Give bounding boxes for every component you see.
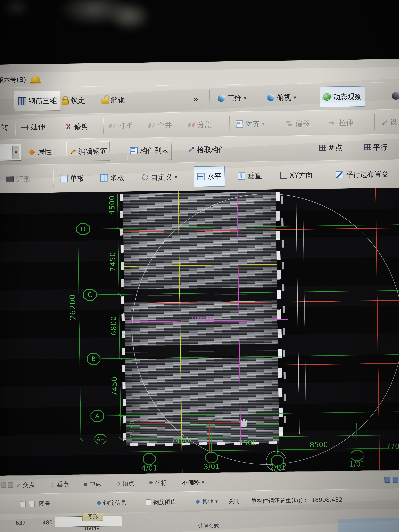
right-tool-icon[interactable] <box>393 477 399 483</box>
no-offset-dropdown[interactable]: 不偏移 ▾ <box>182 478 204 487</box>
cad-viewport[interactable]: D C B A A+ 4/01 3/01 2/01 1/01 4500 7450… <box>0 188 399 476</box>
document-icon[interactable] <box>29 501 35 507</box>
square-dot-icon: ▪ <box>84 481 88 487</box>
window-menu-title[interactable]: 版本号(B) <box>0 75 26 84</box>
parallel-button[interactable]: 平行 <box>364 142 387 152</box>
snap-foot-point-button[interactable]: ⊥ 垂点 <box>50 480 69 488</box>
rotate-partial-label[interactable]: 转 <box>1 122 8 132</box>
properties-icon <box>28 149 35 155</box>
unlock-button[interactable]: 解锁 <box>101 95 125 105</box>
total-weight-label: 单构件钢筋总重(kg)： <box>251 496 309 505</box>
stretch-icon <box>329 120 336 126</box>
xy-direction-label: XY方向 <box>289 170 313 180</box>
stretch-button[interactable]: 拉伸 <box>329 118 353 128</box>
trim-button[interactable]: 修剪 <box>65 121 89 131</box>
split-button[interactable]: 分割 <box>188 120 212 130</box>
dim-label-7700: 7700 <box>386 442 399 451</box>
rebar-info-button[interactable]: 钢筋信息 <box>97 499 127 507</box>
other-icon <box>196 499 200 504</box>
vertical-label: 垂直 <box>247 171 262 181</box>
dim-label-7450-bottom: 7450 <box>110 376 119 396</box>
snap-coordinate-label: 坐标 <box>155 479 167 487</box>
pick-component-label: 拾取构件 <box>197 145 226 155</box>
rebar-library-button[interactable]: 钢筋图库 <box>146 498 176 506</box>
properties-button[interactable]: 属性 <box>28 147 52 157</box>
snap-intersection-label: 交点 <box>23 481 35 489</box>
orbit-button[interactable]: 动态观察 <box>320 86 365 107</box>
right-tool-icon[interactable] <box>385 477 390 483</box>
component-list-button[interactable]: 构件列表 <box>127 140 172 160</box>
grid-bubble-row-A-plus: A+ <box>95 434 107 444</box>
drawing-no-button[interactable]: 图号 <box>39 500 51 508</box>
document-icon[interactable] <box>20 501 26 507</box>
align-icon <box>236 120 243 128</box>
snap-tool-icon[interactable] <box>8 482 13 488</box>
grid-bubble-col-label: 3/01 <box>204 462 220 471</box>
hand-cursor <box>241 419 249 429</box>
component-list-label: 构件列表 <box>140 145 169 155</box>
vertical-button[interactable]: 垂直 <box>238 171 262 181</box>
dim-label-7400: 7400 <box>171 436 189 444</box>
offset-icon <box>286 120 293 126</box>
grid-bubble-label: A <box>95 412 100 420</box>
grid-bubble-label: D <box>81 225 86 233</box>
chevron-down-icon: ▾ <box>202 480 204 485</box>
custom-shape-icon <box>142 174 149 181</box>
parallel-edge-label: 平行边布置受 <box>346 169 389 179</box>
lock-label: 锁定 <box>71 95 85 105</box>
layer-combo[interactable]: 2 ▾ <box>0 144 21 161</box>
combo-value: 2 <box>0 149 0 157</box>
top-view-button[interactable]: 俯视 ▾ <box>267 93 296 102</box>
diamond-icon: ◇ <box>116 480 120 487</box>
pick-component-button[interactable]: 拾取构件 <box>188 145 226 155</box>
other-button[interactable]: 其他 ▾ <box>196 497 218 506</box>
parallel-label: 平行 <box>373 142 387 152</box>
edit-rebar-button[interactable]: 编辑钢筋 <box>66 141 110 161</box>
graphic-tab[interactable]: 图形 <box>82 513 103 521</box>
settings-partial-button[interactable]: 设 <box>381 117 398 127</box>
rebar-grid-icon <box>18 97 26 105</box>
edit-rebar-label: 编辑钢筋 <box>78 146 107 156</box>
single-slab-button[interactable]: 单板 <box>60 173 84 184</box>
drawing-no-label: 图号 <box>39 500 51 508</box>
lock-button[interactable]: 锁定 <box>62 95 85 105</box>
xy-direction-button[interactable]: XY方向 <box>280 170 313 180</box>
snap-intersection-button[interactable]: × 交点 <box>16 481 35 489</box>
align-button[interactable]: 对齐 ▾ <box>236 119 265 129</box>
rebar-3d-button[interactable]: 钢筋三维 <box>14 90 60 111</box>
chevron-down-icon[interactable]: ▾ <box>14 150 17 155</box>
view-3d-button[interactable]: 三维 ▾ <box>217 93 247 103</box>
rebar-library-icon <box>146 499 152 506</box>
monitor-screen: 版本号(B) 钢筋三维 锁定 解锁 » 三维 ▾ <box>0 59 399 532</box>
custom-shape-button[interactable]: 自定义 ▾ <box>142 172 177 182</box>
chevron-down-icon[interactable]: ▾ <box>175 174 177 179</box>
eyedropper-icon <box>188 146 195 153</box>
offset-button[interactable]: 偏移 <box>286 118 310 128</box>
dim-label-7500: 7500 <box>239 438 257 447</box>
cube-top-icon <box>267 94 275 101</box>
rectangle-button[interactable]: 矩形 <box>6 174 30 184</box>
vertical-icon <box>238 172 245 180</box>
snap-coordinate-button[interactable]: # 坐标 <box>148 479 167 487</box>
snap-midpoint-button[interactable]: ▪ 中点 <box>84 480 101 488</box>
horizontal-label: 水平 <box>207 171 222 181</box>
chevron-down-icon[interactable]: ▾ <box>293 95 296 100</box>
close-button[interactable]: 关闭 <box>228 497 240 505</box>
unlock-icon <box>101 99 108 104</box>
chevron-down-icon[interactable]: ▾ <box>244 95 247 101</box>
grid-bubble-label: B <box>91 355 96 362</box>
toolbar-overflow-chevron[interactable]: » <box>193 93 199 105</box>
horizontal-button[interactable]: 水平 <box>194 166 225 187</box>
multi-slab-button[interactable]: 多板 <box>100 173 125 183</box>
merge-button[interactable]: 合并 <box>148 120 172 130</box>
break-button[interactable]: 打断 <box>109 121 133 131</box>
orbit-globe-icon <box>323 93 331 101</box>
snap-tool-icon[interactable] <box>0 482 6 488</box>
two-point-button[interactable]: 两点 <box>319 143 342 153</box>
extend-button[interactable]: 延伸 <box>21 122 45 132</box>
chevron-down-icon[interactable]: ▾ <box>262 121 265 126</box>
dim-label-4500: 4500 <box>108 195 116 215</box>
parallel-edge-button[interactable]: 平行边布置受 <box>336 169 389 179</box>
snap-vertex-button[interactable]: ◇ 顶点 <box>116 479 134 488</box>
view-3d-label: 三维 <box>227 93 242 103</box>
